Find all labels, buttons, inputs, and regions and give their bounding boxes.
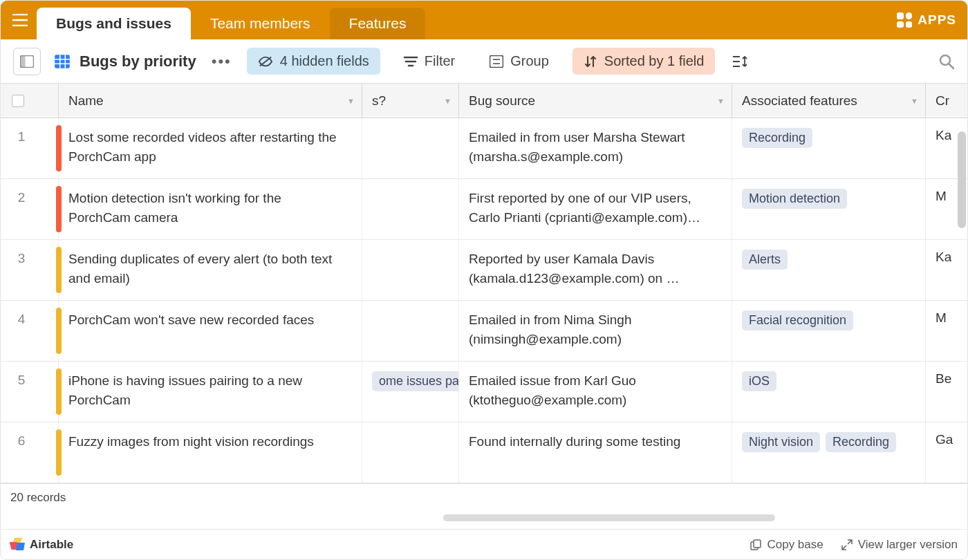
airtable-logo[interactable]: Airtable (10, 538, 73, 552)
chevron-down-icon: ▼ (347, 97, 355, 105)
priority-indicator (56, 247, 62, 293)
partial-cell[interactable] (362, 240, 459, 300)
name-cell[interactable]: iPhone is having issues pairing to a new… (58, 362, 362, 422)
filter-icon (404, 56, 418, 67)
table-body: 1Lost some recorded videos after restart… (1, 118, 967, 529)
select-all-header[interactable] (1, 84, 58, 118)
column-header-partial[interactable]: s?▼ (362, 84, 459, 118)
features-cell[interactable]: Night visionRecording (732, 422, 926, 483)
vertical-scrollbar[interactable] (958, 131, 966, 228)
group-button[interactable]: Group (478, 48, 560, 75)
menu-icon[interactable] (6, 6, 34, 34)
name-cell[interactable]: Motion detection isn't working for the P… (58, 179, 362, 239)
search-button[interactable] (938, 53, 955, 70)
hidden-fields-button[interactable]: 4 hidden fields (247, 48, 380, 75)
partial-cell[interactable] (362, 118, 459, 178)
tab-team-members[interactable]: Team members (191, 8, 330, 39)
name-cell[interactable]: Sending duplicates of every alert (to bo… (58, 240, 362, 300)
row-index-cell: 5 (1, 362, 58, 422)
expand-icon (841, 539, 853, 550)
record-count: 20 records (1, 483, 967, 511)
tab-bugs-and-issues[interactable]: Bugs and issues (37, 8, 191, 39)
row-number: 4 (1, 310, 42, 327)
table-row[interactable]: 1Lost some recorded videos after restart… (1, 118, 967, 179)
tabs: Bugs and issues Team members Features (37, 1, 425, 39)
feature-tag: Night vision (742, 432, 820, 452)
chevron-down-icon: ▼ (717, 97, 725, 105)
group-icon (490, 55, 503, 68)
column-header-bug-source[interactable]: Bug source▼ (459, 84, 732, 118)
features-cell[interactable]: Motion detection (732, 179, 926, 239)
feature-tag: Alerts (742, 250, 788, 270)
table-row[interactable]: 6Fuzzy images from night vision recordin… (1, 422, 967, 483)
hidden-fields-icon (258, 55, 273, 68)
column-header-name[interactable]: Name▼ (58, 84, 362, 118)
priority-indicator (56, 125, 62, 171)
bug-source-cell[interactable]: Emailed in from user Marsha Stewart (mar… (459, 118, 732, 178)
features-cell[interactable]: Recording (732, 118, 926, 178)
cr-cell[interactable]: M (926, 301, 967, 361)
horizontal-scrollbar[interactable] (1, 511, 967, 525)
column-header-associated-features[interactable]: Associated features▼ (732, 84, 926, 118)
column-label: Name (68, 93, 104, 109)
row-height-icon (732, 55, 748, 68)
table-row[interactable]: 2Motion detection isn't working for the … (1, 179, 967, 240)
name-cell[interactable]: Fuzzy images from night vision recording… (58, 422, 362, 483)
row-index-cell: 6 (1, 422, 58, 483)
bug-source-cell[interactable]: Found internally during some testing (459, 422, 732, 483)
column-label: Bug source (469, 93, 535, 109)
table-row[interactable]: 4PorchCam won't save new recorded facesE… (1, 301, 967, 362)
partial-cell[interactable]: ome issues pai (362, 362, 459, 422)
svg-rect-10 (754, 540, 761, 548)
cr-cell[interactable]: Ga (926, 422, 967, 483)
column-label: Associated features (742, 93, 857, 109)
priority-indicator (56, 186, 62, 232)
bug-source-cell[interactable]: Emailed issue from Karl Guo (ktotheguo@e… (459, 362, 732, 422)
priority-indicator (56, 308, 62, 354)
filter-button[interactable]: Filter (393, 48, 466, 75)
hidden-fields-label: 4 hidden fields (280, 53, 369, 69)
svg-rect-2 (55, 55, 70, 68)
bug-source-cell[interactable]: First reported by one of our VIP users, … (459, 179, 732, 239)
row-index-cell: 1 (1, 118, 58, 178)
group-label: Group (510, 53, 549, 69)
tab-features[interactable]: Features (330, 8, 426, 39)
bug-source-cell[interactable]: Reported by user Kamala Davis (kamala.d1… (459, 240, 732, 300)
chevron-down-icon: ▼ (911, 97, 918, 105)
row-index-cell: 2 (1, 179, 58, 239)
tag: ome issues pai (372, 371, 459, 391)
tab-label: Bugs and issues (56, 15, 171, 32)
grid-view-icon (53, 53, 71, 71)
column-header-cr[interactable]: Cr (926, 84, 967, 118)
partial-cell[interactable] (362, 422, 459, 483)
cr-cell[interactable]: Ka (926, 240, 967, 300)
row-number: 1 (1, 128, 42, 144)
toolbar: Bugs by priority ••• 4 hidden fields Fil… (1, 39, 967, 84)
features-cell[interactable]: Facial recognition (732, 301, 926, 361)
row-height-button[interactable] (727, 49, 752, 74)
copy-base-button[interactable]: Copy base (750, 538, 823, 552)
svg-rect-1 (21, 55, 26, 67)
filter-label: Filter (425, 53, 455, 69)
table-row[interactable]: 3Sending duplicates of every alert (to b… (1, 240, 967, 301)
bug-source-cell[interactable]: Emailed in from Nima Singh (nimsingh@exa… (459, 301, 732, 361)
row-number: 6 (1, 432, 42, 449)
features-cell[interactable]: Alerts (732, 240, 926, 300)
features-cell[interactable]: iOS (732, 362, 926, 422)
apps-button[interactable]: APPS (897, 12, 956, 28)
airtable-mark-icon (10, 538, 24, 552)
view-options-button[interactable]: ••• (209, 53, 234, 71)
row-index-cell: 3 (1, 240, 58, 300)
column-label: Cr (936, 93, 949, 109)
cr-cell[interactable]: Be (926, 362, 967, 422)
partial-cell[interactable] (362, 301, 459, 361)
name-cell[interactable]: PorchCam won't save new recorded faces (58, 301, 362, 361)
search-icon (938, 53, 955, 70)
name-cell[interactable]: Lost some recorded videos after restarti… (58, 118, 362, 178)
view-larger-button[interactable]: View larger version (841, 538, 958, 552)
partial-cell[interactable] (362, 179, 459, 239)
table-row[interactable]: 5iPhone is having issues pairing to a ne… (1, 362, 967, 422)
view-switcher[interactable]: Bugs by priority (53, 53, 196, 71)
sidebar-toggle-button[interactable] (13, 48, 41, 75)
sort-button[interactable]: Sorted by 1 field (573, 48, 716, 75)
